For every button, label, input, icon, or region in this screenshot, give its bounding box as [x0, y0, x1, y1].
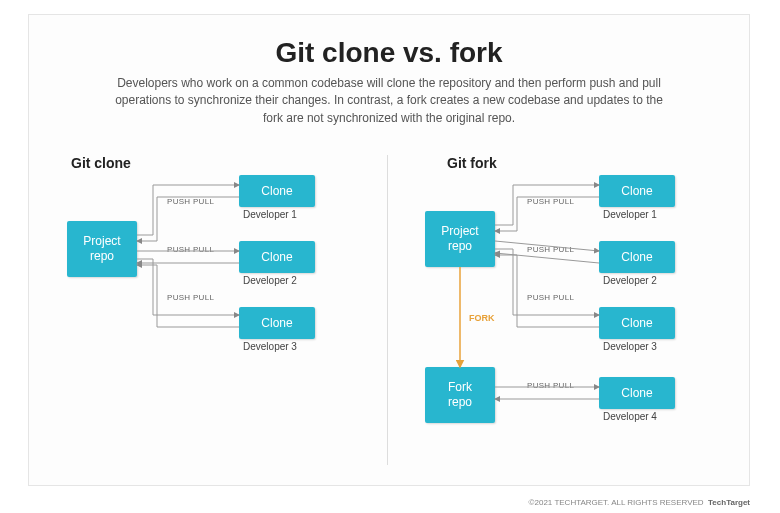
diagram-frame: Git clone vs. fork Developers who work o…	[28, 14, 750, 486]
push-pull-label: PUSH PULL	[167, 293, 214, 302]
diagram-subtitle: Developers who work on a common codebase…	[109, 75, 669, 127]
clone-box: Clone	[239, 241, 315, 273]
project-repo-box-right: Project repo	[425, 211, 495, 267]
clone-box: Clone	[239, 175, 315, 207]
clone-caption: Developer 2	[603, 275, 657, 286]
clone-box: Clone	[599, 175, 675, 207]
clone-caption: Developer 1	[243, 209, 297, 220]
push-pull-label: PUSH PULL	[527, 245, 574, 254]
push-pull-label: PUSH PULL	[527, 293, 574, 302]
fork-repo-box: Fork repo	[425, 367, 495, 423]
diagram-title: Git clone vs. fork	[29, 37, 749, 69]
clone-caption: Developer 3	[243, 341, 297, 352]
clone-caption: Developer 1	[603, 209, 657, 220]
push-pull-label: PUSH PULL	[527, 381, 574, 390]
clone-caption: Developer 4	[603, 411, 657, 422]
footer-brand: TechTarget	[708, 498, 750, 507]
center-divider	[387, 155, 388, 465]
push-pull-label: PUSH PULL	[167, 245, 214, 254]
fork-edge-label: FORK	[469, 313, 495, 323]
clone-caption: Developer 3	[603, 341, 657, 352]
section-label-fork: Git fork	[447, 155, 497, 171]
footer-credit: ©2021 TECHTARGET. ALL RIGHTS RESERVED Te…	[529, 498, 750, 507]
project-repo-box-left: Project repo	[67, 221, 137, 277]
footer-copy: ©2021 TECHTARGET. ALL RIGHTS RESERVED	[529, 498, 704, 507]
push-pull-label: PUSH PULL	[527, 197, 574, 206]
push-pull-label: PUSH PULL	[167, 197, 214, 206]
clone-caption: Developer 2	[243, 275, 297, 286]
clone-box: Clone	[599, 307, 675, 339]
clone-box: Clone	[239, 307, 315, 339]
clone-box: Clone	[599, 241, 675, 273]
clone-box: Clone	[599, 377, 675, 409]
section-label-clone: Git clone	[71, 155, 131, 171]
